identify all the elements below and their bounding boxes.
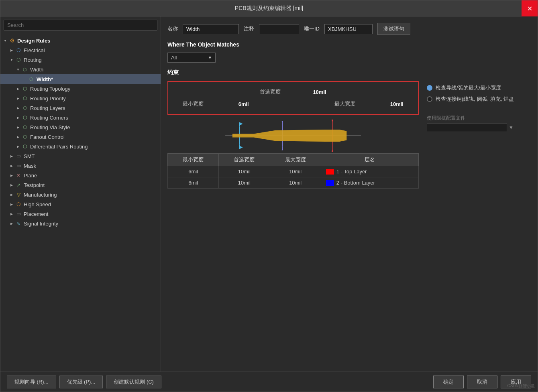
table-row: 6mil 10mil 10mil 2 - Bottom Layer: [168, 177, 419, 189]
priority-button[interactable]: 优先级 (P)...: [59, 376, 103, 388]
cell-preferred-width-1: 10mil: [219, 166, 270, 177]
arrow-smt: [8, 153, 15, 159]
icon-mask: ▭: [15, 162, 22, 169]
watermark: CSDN@智小星: [507, 383, 535, 389]
label-placement: Placement: [24, 211, 48, 217]
sidebar-item-signal-integrity[interactable]: ∿ Signal Integrity: [0, 219, 161, 228]
icon-signal-integrity: ∿: [15, 220, 22, 227]
bottom-bar: 规则向导 (R)... 优先级 (P)... 创建默认规则 (C) 确定 取消 …: [0, 372, 538, 392]
impedance-section: 使用阻抗配置文件 ▼: [427, 113, 531, 132]
icon-width-star: ⬡: [28, 75, 35, 83]
icon-routing-topology: ⬡: [21, 85, 29, 92]
arrow-high-speed: [8, 201, 15, 207]
icon-smt: ▭: [15, 152, 22, 160]
id-input[interactable]: [324, 24, 373, 34]
sidebar-item-routing-topology[interactable]: ⬡ Routing Topology: [0, 84, 161, 93]
radio-1[interactable]: [427, 85, 432, 91]
min-width-label: 最小宽度: [183, 100, 204, 108]
arrow-testpoint: [8, 182, 15, 188]
confirm-button[interactable]: 确定: [433, 376, 464, 388]
radio-row-1: 检查导线/弧的最大/最小宽度: [427, 84, 531, 91]
impedance-dropdown-arrow-icon[interactable]: ▼: [509, 125, 514, 130]
icon-routing: ⬡: [15, 56, 22, 63]
label-routing-layers: Routing Layers: [30, 105, 65, 111]
arrow-signal-integrity: [8, 220, 15, 227]
name-input[interactable]: [183, 24, 239, 34]
arrow-electrical: [8, 47, 15, 53]
sidebar-item-diff-pairs[interactable]: ⬡ Differential Pairs Routing: [0, 142, 161, 151]
preferred-width-label: 首选宽度: [260, 88, 281, 95]
name-label: 名称: [167, 25, 178, 32]
sidebar: ⚙ Design Rules ⬡ Electrical ⬡ Routing: [0, 16, 161, 372]
sidebar-item-placement[interactable]: ▭ Placement: [0, 209, 161, 219]
sidebar-item-testpoint[interactable]: ↗ Testpoint: [0, 180, 161, 190]
label-plane: Plane: [24, 173, 37, 179]
sidebar-item-width-star[interactable]: ⬡ Width*: [0, 74, 161, 84]
constraint-title: 约束: [167, 69, 531, 76]
width-table: 最小宽度 首选宽度 最大宽度 层名 6mil 10mil: [167, 153, 419, 189]
label-fanout-control: Fanout Control: [30, 134, 65, 140]
close-button[interactable]: ✕: [522, 0, 538, 16]
layer-name-2: 2 - Bottom Layer: [336, 180, 375, 186]
search-input[interactable]: [4, 20, 157, 30]
sidebar-item-routing-corners[interactable]: ⬡ Routing Corners: [0, 113, 161, 122]
icon-routing-layers: ⬡: [21, 104, 29, 112]
main-window: PCB规则及约束编辑器 [mil] ✕ ⚙ Design Rules: [0, 0, 538, 392]
cell-max-width-2: 10mil: [270, 177, 321, 189]
create-default-button[interactable]: 创建默认规则 (C): [106, 376, 161, 388]
label-routing-priority: Routing Priority: [30, 95, 66, 102]
id-label: 唯一ID: [304, 25, 320, 32]
min-max-width-row: 最小宽度 6mil 最大宽度 10mil: [175, 100, 412, 108]
arrow-width: [15, 66, 21, 73]
comment-input[interactable]: [259, 24, 299, 34]
main-content: ⚙ Design Rules ⬡ Electrical ⬡ Routing: [0, 16, 538, 372]
test-button[interactable]: 测试语句: [377, 23, 410, 35]
arrow-plane: [8, 172, 15, 179]
icon-routing-via-style: ⬡: [21, 124, 29, 131]
sidebar-item-width[interactable]: ⬡ Width: [0, 65, 161, 74]
cell-min-width-1: 6mil: [168, 166, 219, 177]
impedance-input[interactable]: [427, 123, 507, 132]
arrow-mask: [8, 162, 15, 169]
header-row: 名称 注释 唯一ID 测试语句: [167, 23, 531, 35]
cell-max-width-1: 10mil: [270, 166, 321, 177]
dropdown-value: All: [171, 55, 177, 61]
label-width-star: Width*: [37, 76, 53, 82]
sidebar-item-routing-layers[interactable]: ⬡ Routing Layers: [0, 103, 161, 113]
sidebar-item-fanout-control[interactable]: ⬡ Fanout Control: [0, 132, 161, 142]
rule-wizard-button[interactable]: 规则向导 (R)...: [7, 376, 56, 388]
sidebar-item-design-rules[interactable]: ⚙ Design Rules: [0, 36, 161, 45]
right-panel: 名称 注释 唯一ID 测试语句 Where The Object Matches…: [161, 16, 538, 372]
col-header-preferred-width: 首选宽度: [219, 154, 270, 166]
svg-marker-11: [239, 122, 240, 125]
radio-2[interactable]: [427, 96, 432, 102]
sidebar-item-electrical[interactable]: ⬡ Electrical: [0, 45, 161, 55]
svg-marker-13: [282, 121, 283, 124]
icon-design-rules: ⚙: [8, 37, 16, 44]
label-routing-corners: Routing Corners: [30, 115, 68, 121]
sidebar-item-mask[interactable]: ▭ Mask: [0, 161, 161, 171]
sidebar-item-routing-via-style[interactable]: ⬡ Routing Via Style: [0, 122, 161, 132]
cell-min-width-2: 6mil: [168, 177, 219, 189]
icon-routing-priority: ⬡: [21, 95, 29, 102]
where-dropdown[interactable]: All ▼: [167, 53, 216, 63]
sidebar-item-smt[interactable]: ▭ SMT: [0, 151, 161, 161]
arrow-routing-via-style: [15, 124, 21, 130]
cancel-button[interactable]: 取消: [467, 376, 497, 388]
layer-name-1: 1 - Top Layer: [336, 169, 367, 175]
sidebar-item-plane[interactable]: ✕ Plane: [0, 171, 161, 180]
cell-layer-name-1: 1 - Top Layer: [321, 166, 418, 177]
col-header-max-width: 最大宽度: [270, 154, 321, 166]
radio-label-1: 检查导线/弧的最大/最小宽度: [436, 84, 501, 91]
label-routing: Routing: [24, 57, 42, 63]
icon-electrical: ⬡: [15, 47, 22, 54]
sidebar-item-routing[interactable]: ⬡ Routing: [0, 55, 161, 65]
max-width-value: 10mil: [390, 101, 404, 107]
sidebar-item-high-speed[interactable]: ⬡ High Speed: [0, 199, 161, 209]
sidebar-item-routing-priority[interactable]: ⬡ Routing Priority: [0, 93, 161, 103]
comment-label: 注释: [244, 25, 254, 32]
label-design-rules: Design Rules: [17, 38, 50, 44]
arrow-routing-layers: [15, 105, 21, 111]
max-width-label: 最大宽度: [334, 100, 355, 108]
sidebar-item-manufacturing[interactable]: ▽ Manufacturing: [0, 190, 161, 199]
